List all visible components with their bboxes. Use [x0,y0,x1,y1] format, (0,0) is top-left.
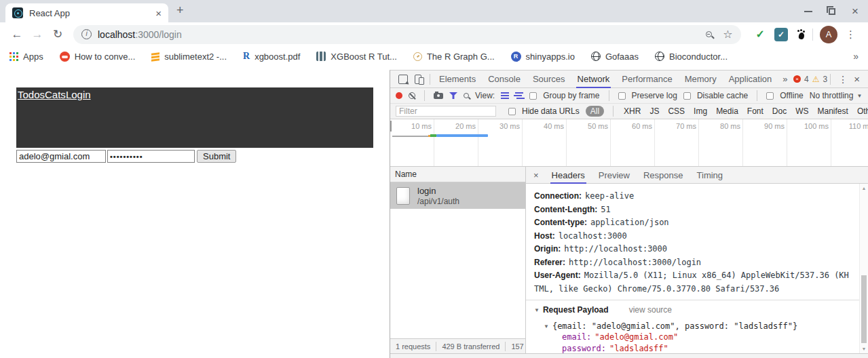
throttling-dropdown[interactable]: No throttling ▼ [810,91,863,100]
details-scrollbar[interactable]: ▲ ▼ [859,184,868,353]
inspect-element-icon[interactable] [398,75,408,84]
gnome-foot-icon[interactable] [797,30,806,39]
url-path: :3000/login [135,29,182,40]
tab-headers[interactable]: Headers [545,167,592,183]
device-toolbar-icon[interactable] [415,75,421,84]
tab-response[interactable]: Response [637,167,690,183]
submit-button[interactable]: Submit [197,150,236,163]
headers-content: Connection:keep-alive Content-Length:51 … [526,184,868,353]
zoom-out-icon[interactable] [706,31,712,37]
address-bar[interactable]: i localhost :3000/login ☆ [73,25,741,44]
bookmark-star-icon[interactable]: ☆ [723,28,732,41]
email-field[interactable] [16,150,106,163]
tab-application[interactable]: Application [723,71,778,87]
tab-timing[interactable]: Timing [690,167,730,183]
tab-elements[interactable]: Elements [433,71,482,87]
more-tabs-icon[interactable]: » [778,74,792,84]
collapse-triangle-icon[interactable]: ▼ [544,323,549,330]
scrollbar-thumb[interactable] [861,275,867,343]
filter-type-all[interactable]: All [586,106,604,117]
offline-checkbox[interactable] [766,92,774,100]
profile-avatar[interactable]: A [820,26,837,43]
filter-type-other[interactable]: Other [856,106,868,117]
nav-link-cats[interactable]: Cats [45,89,66,100]
error-badge-icon[interactable]: × [793,75,801,83]
search-icon[interactable] [464,93,469,98]
screenshot-icon[interactable] [434,93,443,99]
devtools-menu-icon[interactable]: ⋮ [833,74,852,85]
clear-icon[interactable] [409,92,415,99]
waterfall-view-icon[interactable] [515,92,523,94]
filter-type-xhr[interactable]: XHR [622,106,642,117]
payload-preview: {email: "adelo@gmial.com", password: "la… [552,321,797,331]
extension-check-icon[interactable]: ✓ [756,28,765,41]
bookmark-xgboost-pdf[interactable]: R xgboost.pdf [243,51,300,62]
tab-console[interactable]: Console [482,71,527,87]
browser-menu-icon[interactable]: ⋮ [846,28,856,41]
warning-badge-icon[interactable]: ⚠ [812,75,820,84]
group-by-frame-checkbox[interactable] [529,92,537,100]
payload-preview-row[interactable]: ▼ {email: "adelo@gmial.com", password: "… [534,321,850,331]
collapse-triangle-icon[interactable]: ▼ [534,307,540,313]
tab-close-icon[interactable]: × [155,8,162,18]
scroll-down-icon[interactable]: ▼ [860,346,868,351]
divider [609,90,609,101]
window-close-icon[interactable]: × [852,6,858,17]
bookmark-shinyapps[interactable]: R shinyapps.io [511,52,575,62]
timeline-tick: 30 ms [478,119,523,166]
filter-type-ws[interactable]: WS [794,106,810,117]
filter-type-font[interactable]: Font [746,106,765,117]
extension-teal-icon[interactable]: ✓ [774,28,788,41]
filter-type-img[interactable]: Img [692,106,709,117]
minimize-icon[interactable] [804,11,812,12]
filter-funnel-icon[interactable] [449,92,457,99]
request-rows-view-icon[interactable] [501,92,509,94]
filter-type-css[interactable]: CSS [666,106,686,117]
devtools-close-icon[interactable]: × [852,73,864,85]
tab-memory[interactable]: Memory [679,71,723,87]
record-icon[interactable] [396,92,402,99]
hide-data-urls-checkbox[interactable] [508,108,516,115]
tab-performance[interactable]: Performance [616,71,678,87]
details-tab-bar: × Headers Preview Response Timing [526,167,868,184]
restore-icon[interactable] [829,8,835,15]
nav-link-todos[interactable]: Todos [18,89,45,100]
timeline-tick: 60 ms [611,119,655,166]
devtools-bottom-strip [390,353,868,358]
back-icon[interactable]: ← [7,28,27,41]
request-row-login[interactable]: login /api/v1/auth [390,182,525,209]
network-filter-bar: Hide data URLs All XHR JS CSS Img Media … [390,104,868,119]
disable-cache-checkbox[interactable] [683,92,691,100]
reload-icon[interactable]: ↻ [48,27,68,41]
scroll-up-icon[interactable]: ▲ [860,186,868,191]
browser-tab[interactable]: React App × [5,3,168,22]
bookmarks-overflow-icon[interactable]: » [853,51,858,62]
bookmark-sublimetext2[interactable]: sublimetext2 -... [151,52,227,62]
bookmark-how-to-conve[interactable]: How to conve... [60,52,136,62]
filter-type-doc[interactable]: Doc [771,106,788,117]
timeline-tick: 40 ms [523,119,567,166]
filter-type-manifest[interactable]: Manifest [816,106,850,117]
bookmark-gofaaas[interactable]: Gofaaas [591,52,639,62]
filter-type-media[interactable]: Media [715,106,740,117]
site-info-icon[interactable]: i [81,29,92,39]
forward-icon[interactable]: → [27,28,48,41]
nav-link-login[interactable]: Login [66,89,91,100]
filter-input[interactable] [396,106,496,117]
password-field[interactable] [107,150,195,163]
tab-network[interactable]: Network [571,71,616,87]
bookmark-bioconductor[interactable]: Bioconductor... [655,52,728,62]
bookmark-xgboost-r-tut[interactable]: XGBoost R Tut... [316,52,397,62]
bookmark-r-graph-gallery[interactable]: The R Graph G... [413,52,495,62]
network-overview-timeline[interactable]: 10 ms 20 ms 30 ms 40 ms 50 ms 60 ms 70 m… [390,119,868,167]
view-source-link[interactable]: view source [629,305,672,315]
details-close-icon[interactable]: × [527,170,545,180]
new-tab-button[interactable]: + [176,3,184,18]
name-column-header[interactable]: Name [390,167,525,182]
bookmark-apps[interactable]: Apps [10,52,43,62]
tab-sources[interactable]: Sources [527,71,571,87]
filter-type-js[interactable]: JS [648,106,660,117]
request-payload-section[interactable]: ▼ Request Payload view source [534,305,850,315]
preserve-log-checkbox[interactable] [618,92,626,100]
tab-preview[interactable]: Preview [592,167,637,183]
